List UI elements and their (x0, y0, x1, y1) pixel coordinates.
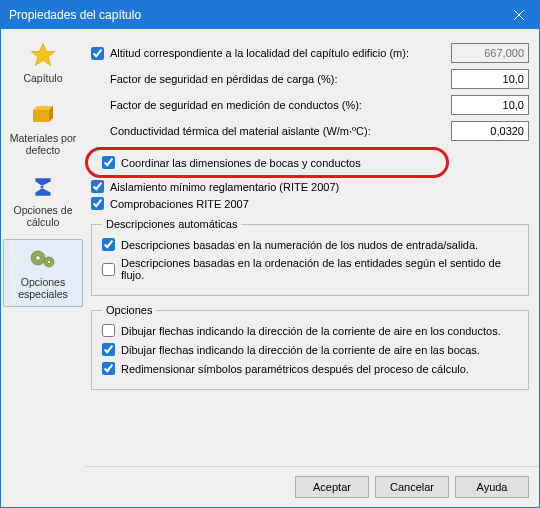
svg-rect-4 (33, 110, 49, 122)
comp-label: Comprobaciones RITE 2007 (110, 198, 249, 210)
sidebar-item-capitulo[interactable]: Capítulo (3, 35, 83, 91)
row-cond: Conductividad térmica del material aisla… (91, 121, 529, 141)
sidebar-item-label: Materiales por defecto (6, 132, 80, 156)
opciones-legend: Opciones (102, 304, 156, 316)
row-coord: Coordinar las dimensiones de bocas y con… (102, 156, 432, 169)
gears-icon (6, 244, 80, 274)
flechas-cond-checkbox[interactable] (102, 324, 115, 337)
sidebar-item-opciones-especiales[interactable]: Opciones especiales (3, 239, 83, 307)
coord-label: Coordinar las dimensiones de bocas y con… (121, 157, 361, 169)
row-flechas-cond: Dibujar flechas indicando la dirección d… (102, 324, 518, 337)
sidebar-item-opciones-calculo[interactable]: Opciones de cálculo (3, 167, 83, 235)
row-fseg-carga: Factor de seguridad en pérdidas de carga… (91, 69, 529, 89)
flechas-cond-label: Dibujar flechas indicando la dirección d… (121, 325, 501, 337)
row-comp: Comprobaciones RITE 2007 (91, 197, 529, 210)
cond-label: Conductividad térmica del material aisla… (110, 125, 451, 137)
row-desc-num: Descripciones basadas en la numeración d… (102, 238, 518, 251)
desc-num-label: Descripciones basadas en la numeración d… (121, 239, 478, 251)
row-redim: Redimensionar símbolos paramétricos desp… (102, 362, 518, 375)
material-icon (6, 100, 80, 130)
svg-marker-2 (31, 43, 54, 65)
aisl-label: Aislamiento mínimo reglamentario (RITE 2… (110, 181, 339, 193)
window-title: Propiedades del capítulo (9, 8, 141, 22)
fseg-med-input[interactable] (451, 95, 529, 115)
svg-point-9 (47, 260, 50, 263)
highlight-oval: Coordinar las dimensiones de bocas y con… (85, 147, 449, 178)
close-button[interactable] (499, 1, 539, 29)
sidebar-item-materiales[interactable]: Materiales por defecto (3, 95, 83, 163)
sidebar-item-label: Capítulo (6, 72, 80, 84)
fseg-med-label: Factor de seguridad en medición de condu… (110, 99, 451, 111)
dialog-body: Capítulo Materiales por defecto Opciones… (1, 29, 539, 507)
help-button[interactable]: Ayuda (455, 476, 529, 498)
svg-point-7 (36, 256, 40, 260)
desc-num-checkbox[interactable] (102, 238, 115, 251)
row-flechas-bocas: Dibujar flechas indicando la dirección d… (102, 343, 518, 356)
sigma-icon (6, 172, 80, 202)
desc-ord-checkbox[interactable] (102, 263, 115, 276)
comp-checkbox[interactable] (91, 197, 104, 210)
coord-checkbox[interactable] (102, 156, 115, 169)
dialog-window: Propiedades del capítulo Capítulo Materi… (0, 0, 540, 508)
title-bar: Propiedades del capítulo (1, 1, 539, 29)
cond-input[interactable] (451, 121, 529, 141)
flechas-bocas-label: Dibujar flechas indicando la dirección d… (121, 344, 480, 356)
row-fseg-med: Factor de seguridad en medición de condu… (91, 95, 529, 115)
main-panel: Altitud correspondiente a la localidad d… (85, 29, 539, 507)
redim-checkbox[interactable] (102, 362, 115, 375)
cancel-button[interactable]: Cancelar (375, 476, 449, 498)
desc-auto-legend: Descripciones automáticas (102, 218, 241, 230)
row-aisl: Aislamiento mínimo reglamentario (RITE 2… (91, 180, 529, 193)
star-icon (6, 40, 80, 70)
row-desc-ord: Descripciones basadas en la ordenación d… (102, 257, 518, 281)
flechas-bocas-checkbox[interactable] (102, 343, 115, 356)
aisl-checkbox[interactable] (91, 180, 104, 193)
fieldset-desc-auto: Descripciones automáticas Descripciones … (91, 218, 529, 296)
sidebar-item-label: Opciones de cálculo (6, 204, 80, 228)
altitud-label: Altitud correspondiente a la localidad d… (110, 47, 451, 59)
fieldset-opciones: Opciones Dibujar flechas indicando la di… (91, 304, 529, 390)
row-altitud: Altitud correspondiente a la localidad d… (91, 43, 529, 63)
button-bar: Aceptar Cancelar Ayuda (85, 466, 539, 507)
close-icon (514, 10, 524, 20)
content-area: Altitud correspondiente a la localidad d… (85, 29, 539, 466)
fseg-carga-label: Factor de seguridad en pérdidas de carga… (110, 73, 451, 85)
sidebar-item-label: Opciones especiales (6, 276, 80, 300)
ok-button[interactable]: Aceptar (295, 476, 369, 498)
redim-label: Redimensionar símbolos paramétricos desp… (121, 363, 469, 375)
altitud-input[interactable] (451, 43, 529, 63)
fseg-carga-input[interactable] (451, 69, 529, 89)
sidebar: Capítulo Materiales por defecto Opciones… (1, 29, 85, 507)
desc-ord-label: Descripciones basadas en la ordenación d… (121, 257, 518, 281)
altitud-checkbox[interactable] (91, 47, 104, 60)
